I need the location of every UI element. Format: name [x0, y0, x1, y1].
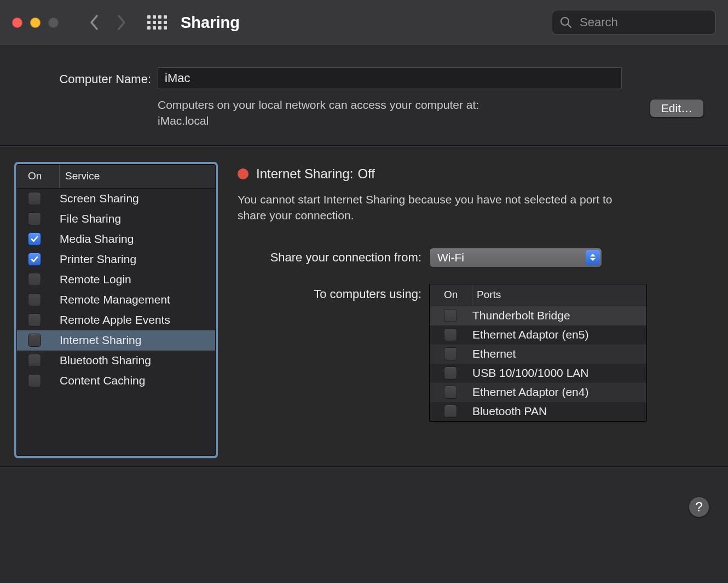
port-checkbox[interactable]: [444, 347, 457, 360]
status-title: Internet Sharing:: [256, 166, 353, 182]
service-row[interactable]: Printer Sharing: [17, 249, 215, 270]
port-row[interactable]: Bluetooth PAN: [430, 402, 646, 421]
bottom-bar: ?: [0, 467, 728, 583]
service-label: Remote Login: [60, 273, 131, 286]
port-label: Bluetooth PAN: [472, 405, 547, 418]
services-table[interactable]: On Service Screen SharingFile SharingMed…: [16, 164, 216, 456]
sharing-lower: On Service Screen SharingFile SharingMed…: [0, 146, 728, 467]
status-description: You cannot start Internet Sharing becaus…: [238, 191, 643, 224]
port-checkbox[interactable]: [444, 309, 457, 322]
edit-hostname-button[interactable]: Edit…: [650, 99, 704, 118]
help-button[interactable]: ?: [689, 497, 709, 517]
port-checkbox[interactable]: [444, 386, 457, 399]
port-row[interactable]: Ethernet Adaptor (en5): [430, 325, 646, 345]
svg-line-1: [568, 25, 571, 28]
service-label: Bluetooth Sharing: [60, 354, 151, 367]
computer-name-label: Computer Name:: [24, 70, 151, 86]
forward-button[interactable]: [108, 9, 135, 36]
services-col-service: Service: [60, 170, 100, 182]
service-label: Screen Sharing: [60, 192, 139, 205]
status-indicator-icon: [238, 168, 249, 179]
window-controls: [12, 18, 59, 28]
minimize-window-button[interactable]: [30, 18, 41, 28]
port-label: Ethernet Adaptor (en5): [472, 328, 588, 341]
service-checkbox[interactable]: [28, 232, 41, 246]
computer-name-desc-line1: Computers on your local network can acce…: [158, 98, 479, 111]
share-from-label: Share your connection from:: [238, 250, 429, 265]
service-label: Content Caching: [60, 374, 145, 387]
to-computers-label: To computers using:: [238, 284, 429, 301]
service-label: File Sharing: [60, 212, 121, 225]
port-row[interactable]: Thunderbolt Bridge: [430, 306, 646, 325]
service-row[interactable]: Content Caching: [17, 371, 215, 391]
service-row[interactable]: Remote Login: [17, 270, 215, 290]
port-label: Thunderbolt Bridge: [472, 309, 570, 322]
service-checkbox[interactable]: [28, 313, 41, 327]
service-checkbox[interactable]: [28, 354, 41, 367]
show-all-button[interactable]: [143, 9, 171, 36]
dropdown-arrows-icon: [586, 250, 600, 265]
chevron-right-icon: [117, 14, 126, 31]
service-label: Internet Sharing: [60, 334, 141, 347]
search-field-container[interactable]: [552, 10, 716, 35]
service-row[interactable]: File Sharing: [17, 209, 215, 229]
grid-icon: [147, 15, 167, 30]
service-label: Remote Apple Events: [60, 313, 170, 327]
services-col-on: On: [17, 165, 60, 188]
help-icon: ?: [695, 499, 702, 515]
ports-table[interactable]: On Ports Thunderbolt BridgeEthernet Adap…: [429, 284, 647, 422]
close-window-button[interactable]: [12, 18, 22, 28]
computer-name-hostname: iMac.local: [158, 114, 209, 127]
service-checkbox[interactable]: [28, 212, 41, 225]
service-checkbox[interactable]: [28, 374, 41, 387]
toolbar: Sharing: [0, 0, 728, 45]
search-input[interactable]: [579, 15, 708, 30]
service-label: Remote Management: [60, 293, 170, 306]
back-button[interactable]: [80, 9, 108, 36]
share-from-value: Wi-Fi: [437, 251, 464, 264]
service-checkbox[interactable]: [28, 334, 41, 347]
computer-name-input[interactable]: [158, 67, 622, 89]
ports-col-on: On: [430, 284, 472, 306]
service-detail: Internet Sharing: Off You cannot start I…: [238, 164, 704, 456]
ports-col-ports: Ports: [472, 289, 501, 301]
status-value: Off: [357, 166, 375, 182]
service-row[interactable]: Internet Sharing: [17, 330, 215, 351]
port-checkbox[interactable]: [444, 328, 457, 341]
services-table-header: On Service: [17, 165, 215, 189]
service-row[interactable]: Remote Apple Events: [17, 310, 215, 330]
port-checkbox[interactable]: [444, 405, 457, 418]
computer-name-description: Computers on your local network can acce…: [158, 97, 479, 129]
search-icon: [560, 16, 572, 28]
service-label: Media Sharing: [60, 232, 134, 246]
computer-name-section: Computer Name: Computers on your local n…: [0, 45, 728, 146]
port-label: Ethernet: [472, 347, 516, 360]
service-checkbox[interactable]: [28, 192, 41, 205]
service-checkbox[interactable]: [28, 253, 41, 266]
window-title: Sharing: [181, 14, 240, 32]
service-row[interactable]: Screen Sharing: [17, 189, 215, 209]
port-row[interactable]: Ethernet: [430, 345, 646, 364]
zoom-window-button[interactable]: [48, 18, 59, 28]
service-checkbox[interactable]: [28, 273, 41, 286]
service-row[interactable]: Media Sharing: [17, 229, 215, 249]
port-checkbox[interactable]: [444, 366, 457, 380]
port-label: Ethernet Adaptor (en4): [472, 386, 588, 399]
service-label: Printer Sharing: [60, 253, 136, 266]
port-row[interactable]: USB 10/100/1000 LAN: [430, 364, 646, 383]
port-row[interactable]: Ethernet Adaptor (en4): [430, 383, 646, 402]
service-checkbox[interactable]: [28, 293, 41, 306]
service-row[interactable]: Remote Management: [17, 290, 215, 310]
ports-table-header: On Ports: [430, 284, 646, 306]
service-row[interactable]: Bluetooth Sharing: [17, 351, 215, 371]
port-label: USB 10/100/1000 LAN: [472, 366, 588, 380]
chevron-left-icon: [89, 14, 99, 31]
share-from-dropdown[interactable]: Wi-Fi: [429, 248, 602, 267]
